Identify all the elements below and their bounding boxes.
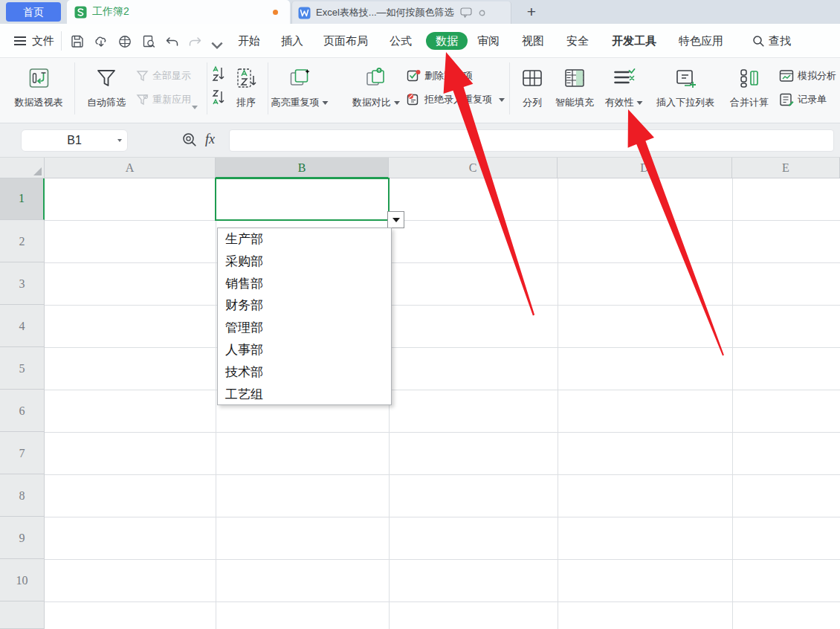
name-box[interactable] (21, 129, 128, 152)
data-compare-button[interactable]: 数据对比 (352, 62, 400, 119)
record-form-button[interactable]: 记录单 (779, 91, 827, 109)
menu-tab-formulas[interactable]: 公式 (390, 24, 412, 58)
sort-icon (235, 67, 257, 89)
validation-button[interactable]: 有效性 (605, 62, 643, 119)
menu-tab-view[interactable]: 视图 (522, 24, 544, 58)
gridline (45, 474, 840, 475)
print-preview-icon[interactable] (141, 34, 156, 49)
tab-writer-document[interactable]: Excel表格技...—如何按颜色筛选 (291, 1, 511, 24)
undo-icon[interactable] (165, 34, 180, 49)
workbook-tab-label: 工作簿2 (92, 5, 129, 19)
gridline (45, 390, 840, 390)
find-button[interactable]: 查找 (752, 24, 791, 58)
list-item[interactable]: 技术部 (218, 361, 391, 384)
save-icon[interactable] (70, 34, 85, 49)
row-header-4[interactable]: 4 (0, 305, 45, 347)
delete-duplicates-button[interactable]: 删除重复项 (407, 67, 473, 85)
row-header-5[interactable]: 5 (0, 347, 45, 390)
name-box-dropdown-icon[interactable] (117, 139, 122, 142)
sort-ascending-icon[interactable] (211, 65, 226, 82)
auto-filter-button[interactable]: 自动筛选 (87, 62, 126, 119)
smart-fill-button[interactable]: 智能填充 (555, 62, 594, 119)
row-header-8[interactable]: 8 (0, 474, 45, 517)
menu-tab-review[interactable]: 审阅 (477, 24, 500, 58)
row-header-2[interactable]: 2 (0, 220, 45, 262)
list-item[interactable]: 财务部 (218, 294, 391, 317)
gridline (45, 220, 840, 221)
reject-duplicates-button[interactable]: 拒绝录入重复项 (407, 91, 505, 109)
menu-tab-insert[interactable]: 插入 (281, 24, 303, 58)
home-tab-button[interactable]: 首页 (6, 2, 61, 22)
export-pdf-icon[interactable] (94, 34, 109, 49)
divider (509, 62, 510, 114)
filter-more-options-icon[interactable] (192, 106, 198, 109)
list-item[interactable]: 生产部 (218, 228, 391, 251)
gridline (216, 178, 216, 629)
quickbar-dropdown-icon[interactable] (210, 38, 224, 53)
menu-tab-special-apps[interactable]: 特色应用 (679, 24, 723, 58)
row-header-10[interactable]: 10 (0, 559, 45, 601)
dropdown-caret-icon (637, 101, 643, 105)
insert-dropdown-list-button[interactable]: 插入下拉列表 (656, 62, 714, 119)
show-all-button[interactable]: 全部显示 (136, 67, 191, 85)
dropdown-caret-icon (499, 98, 505, 102)
row-header-9[interactable]: 9 (0, 517, 45, 559)
list-item[interactable]: 工艺组 (218, 384, 391, 406)
print-icon[interactable] (117, 34, 132, 49)
column-header-a[interactable]: A (45, 158, 216, 178)
gridline (45, 601, 840, 602)
gridline (45, 305, 840, 306)
menu-tab-dev-tools[interactable]: 开发工具 (612, 24, 656, 58)
menu-tab-data-active[interactable]: 数据 (426, 32, 468, 50)
formula-input[interactable] (229, 129, 834, 152)
file-menu-button[interactable]: 文件 (13, 24, 54, 58)
what-if-analysis-button[interactable]: 模拟分析 (779, 67, 836, 85)
pivot-table-button[interactable]: 数据透视表 (15, 62, 63, 119)
tab-workbook2[interactable]: 工作簿2 (67, 0, 290, 24)
list-item[interactable]: 管理部 (218, 317, 391, 339)
menu-tab-security[interactable]: 安全 (566, 24, 589, 58)
pivot-table-label: 数据透视表 (15, 96, 63, 109)
consolidate-icon (738, 67, 760, 89)
list-item[interactable]: 销售部 (218, 273, 391, 295)
select-all-corner[interactable] (0, 158, 45, 178)
reapply-button[interactable]: 重新应用 (136, 91, 191, 109)
what-if-analysis-label: 模拟分析 (798, 69, 836, 83)
text-to-columns-icon (521, 68, 543, 88)
lookup-magnifier-icon[interactable] (181, 132, 198, 148)
list-item[interactable]: 采购部 (218, 251, 391, 273)
formula-bar: fx (0, 123, 840, 158)
comment-bubble-icon[interactable] (460, 7, 472, 18)
text-to-columns-button[interactable]: 分列 (521, 62, 543, 119)
list-item[interactable]: 人事部 (218, 339, 391, 361)
row-header-3[interactable]: 3 (0, 262, 45, 305)
row-header-6[interactable]: 6 (0, 390, 45, 432)
gridline (45, 347, 840, 348)
menu-tab-start[interactable]: 开始 (238, 24, 260, 58)
cell-dropdown-button[interactable] (387, 211, 404, 228)
row-header-7[interactable]: 7 (0, 432, 45, 474)
reject-duplicates-icon (407, 93, 421, 106)
menu-tab-page-layout[interactable]: 页面布局 (323, 24, 368, 58)
spreadsheet-app-icon (74, 6, 87, 19)
new-tab-button[interactable]: + (520, 2, 543, 22)
redo-icon[interactable] (187, 34, 202, 49)
column-header-d[interactable]: D (558, 158, 732, 178)
funnel-show-all-icon (136, 70, 149, 82)
column-header-c[interactable]: C (389, 158, 558, 178)
fx-icon[interactable]: fx (205, 132, 215, 147)
sort-button[interactable]: 排序 (235, 62, 257, 119)
spreadsheet-grid[interactable]: A B C D E 1 2 3 4 5 6 7 8 9 10 生产部 采购部 销… (0, 158, 840, 629)
dropdown-arrow-icon (392, 218, 400, 222)
data-compare-label: 数据对比 (352, 97, 391, 108)
search-icon (752, 35, 765, 48)
sort-descending-icon[interactable] (211, 89, 226, 106)
column-header-b[interactable]: B (216, 158, 389, 178)
divider (268, 62, 268, 114)
column-header-e[interactable]: E (732, 158, 840, 178)
consolidate-button[interactable]: 合并计算 (730, 62, 769, 119)
highlight-duplicates-button[interactable]: 高亮重复项 (271, 62, 329, 119)
row-header-partial[interactable] (0, 601, 45, 629)
selected-cell-b1[interactable] (215, 178, 390, 221)
row-header-1[interactable]: 1 (0, 178, 45, 220)
